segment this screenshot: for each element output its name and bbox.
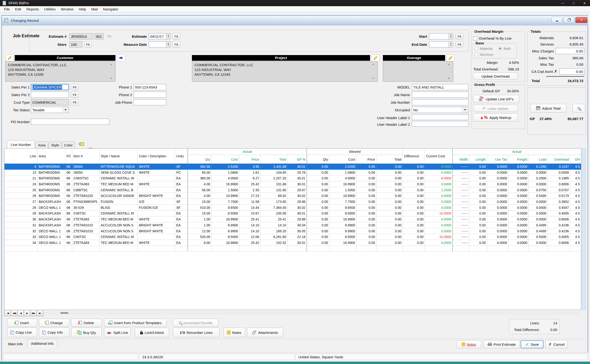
cell-line34-difference[interactable]: 0.00: [403, 240, 425, 246]
cell-line33-difference[interactable]: 0.00: [403, 234, 425, 240]
cell-line30-total[interactable]: 0.00: [377, 216, 403, 222]
cell-line33-total[interactable]: 0.00: [377, 234, 403, 240]
cell-line28-area[interactable]: DECO WALL 1: [38, 205, 65, 211]
cell-line34-freight[interactable]: 0.0000: [509, 240, 529, 246]
phone1-field[interactable]: 555-123-6543: [133, 84, 166, 90]
menu-reports[interactable]: Reports: [24, 7, 42, 11]
cell-line24-load[interactable]: 0.0000: [529, 181, 548, 187]
cell-line33-item-[interactable]: CIMTSC: [72, 234, 99, 240]
cell-line31-use-tax[interactable]: 0.0000: [487, 222, 509, 228]
cell-line21-price[interactable]: 0.00: [357, 175, 377, 181]
cell-line25-area[interactable]: BATHROOMS: [38, 187, 65, 193]
cell-line32-width[interactable]: ------: [453, 228, 469, 234]
cell-line33-total[interactable]: 6,281.60: [261, 234, 288, 240]
occupied-dropdown-icon[interactable]: [462, 107, 468, 112]
cell-line27-overhead[interactable]: 0.3652: [548, 199, 570, 205]
end-date-spinner[interactable]: ▲▼: [449, 41, 453, 47]
cell-line28-oh[interactable]: 4.5: [570, 205, 581, 211]
cell-line32-price[interactable]: 0.00: [357, 228, 377, 234]
end-date-f8-button[interactable]: F8: [456, 41, 463, 47]
cell-line29-length[interactable]: 0.00: [469, 211, 487, 217]
cell-line33-area[interactable]: DECO WALL 1: [38, 234, 65, 240]
menu-edit[interactable]: Edit: [12, 7, 24, 11]
job-name-field[interactable]: [412, 91, 468, 98]
menu-file[interactable]: File: [1, 7, 12, 11]
cell-line28-qty[interactable]: 510.00: [188, 205, 212, 211]
cell-line25-pc[interactable]: 86: [65, 187, 72, 193]
cell-line13-qty[interactable]: 65.00: [188, 170, 212, 176]
cell-line31-width[interactable]: ------: [453, 222, 469, 228]
cell-line26-line[interactable]: 26: [5, 193, 38, 199]
cell-line24-item-[interactable]: ZTETA383: [72, 181, 99, 187]
user-header-1-field[interactable]: [412, 114, 468, 120]
cell-line26-price[interactable]: 0.00: [357, 193, 377, 199]
cell-line31-qty[interactable]: 1.00: [188, 222, 212, 228]
cell-line27-units[interactable]: SF: [175, 199, 188, 205]
cell-line4-line[interactable]: 4: [5, 164, 38, 170]
buy-qty-button[interactable]: Buy Qty: [71, 328, 102, 337]
cell-line13-width[interactable]: ------: [453, 170, 469, 176]
cell-line27-style-name[interactable]: FUSION: [99, 199, 138, 205]
cell-line25-cost[interactable]: 1.5000: [212, 187, 239, 193]
adjust-total-button[interactable]: Adjust Total: [530, 104, 566, 112]
cell-line21-area[interactable]: BATHROOMS: [38, 175, 65, 181]
cell-line34-qty[interactable]: 0.00: [307, 240, 329, 246]
cell-line32-overhead[interactable]: 0.4236: [548, 228, 570, 234]
cell-line27-width[interactable]: ------: [453, 199, 469, 205]
cell-line28-length[interactable]: 0.00: [469, 205, 487, 211]
cell-line24-area[interactable]: BATHROOMS: [38, 181, 65, 187]
cell-line29-qty[interactable]: 0.00: [307, 211, 329, 217]
estimate-notes-button[interactable]: Notes: [457, 340, 481, 348]
cell-line4-item-[interactable]: 28004: [72, 164, 99, 170]
user-header-2-field[interactable]: [412, 121, 468, 127]
app-close-icon[interactable]: ✕: [579, 0, 590, 6]
cell-line25-load[interactable]: 0.0750: [529, 187, 548, 193]
radio-services[interactable]: Services: [475, 52, 494, 57]
job-number-field[interactable]: [412, 99, 468, 105]
cell-line34-overhead[interactable]: 0.8006: [548, 240, 570, 246]
cell-line33-gp-[interactable]: 22.18: [288, 234, 307, 240]
tab-area[interactable]: Area: [35, 141, 48, 149]
cell-line29-oh[interactable]: 4.5: [570, 211, 581, 217]
cell-line27-length[interactable]: 0.00: [469, 199, 487, 205]
menu-help[interactable]: Help: [76, 7, 89, 11]
cell-line33-current-cost[interactable]: 10.0000: [425, 234, 453, 240]
cell-line30-qty[interactable]: 1.00: [188, 216, 212, 222]
cell-line26-load[interactable]: 0.5495: [529, 193, 548, 199]
cell-line32-units[interactable]: EA: [175, 228, 188, 234]
tag-line-icon[interactable]: [78, 141, 85, 147]
cell-line34-gp-[interactable]: 30.01: [288, 240, 307, 246]
cell-line29-use-tax[interactable]: 0.0000: [487, 211, 509, 217]
estimate-date-f8-button[interactable]: F8: [172, 33, 180, 39]
cell-line21-gp-[interactable]: 30.01: [288, 175, 307, 181]
cell-line31-total[interactable]: 0.00: [377, 222, 403, 228]
cell-line21-price[interactable]: 6.27: [239, 175, 261, 181]
cell-line33-oh[interactable]: 4.5: [570, 234, 581, 240]
cell-line27-price[interactable]: 0.00: [357, 199, 377, 205]
cell-line21-cost[interactable]: 4.0000: [329, 175, 357, 181]
cell-line30-load[interactable]: 0.0000: [529, 216, 548, 222]
cell-line27-total[interactable]: 173.85: [261, 199, 288, 205]
cell-line33-price[interactable]: 0.00: [357, 234, 377, 240]
cell-line13-item-[interactable]: 28050: [72, 170, 99, 176]
tab-line-number[interactable]: Line Number: [7, 140, 35, 149]
nav-next-page-icon[interactable]: ▶▶: [30, 310, 37, 316]
save-button[interactable]: ✓ Save: [521, 340, 544, 348]
cell-line27-line[interactable]: 27: [5, 199, 38, 205]
cell-line28-units[interactable]: SF: [175, 205, 188, 211]
cell-line27-cost[interactable]: 7.7500: [329, 199, 357, 205]
cell-line25-cost[interactable]: 1.5000: [329, 187, 357, 193]
cell-line24-pc[interactable]: 06: [65, 181, 72, 187]
menu-mail[interactable]: Mail: [89, 7, 100, 11]
cell-line32-area[interactable]: DECO WALL 1: [38, 228, 65, 234]
cell-line34-qty[interactable]: 6.00: [188, 240, 212, 246]
cell-line34-price[interactable]: 0.00: [357, 240, 377, 246]
menu-window[interactable]: Window: [58, 7, 76, 11]
cell-line34-cost[interactable]: 16.9900: [212, 240, 239, 246]
child-minimize-icon[interactable]: ▂: [551, 17, 563, 23]
cell-line28-use-tax[interactable]: 0.0000: [487, 205, 509, 211]
cell-line32-use-tax[interactable]: 0.0000: [487, 228, 509, 234]
cell-line13-length[interactable]: 0.00: [469, 170, 487, 176]
cell-line21-color-description[interactable]: [138, 175, 175, 181]
cell-line31-item-[interactable]: ZTETA91010: [72, 222, 99, 228]
